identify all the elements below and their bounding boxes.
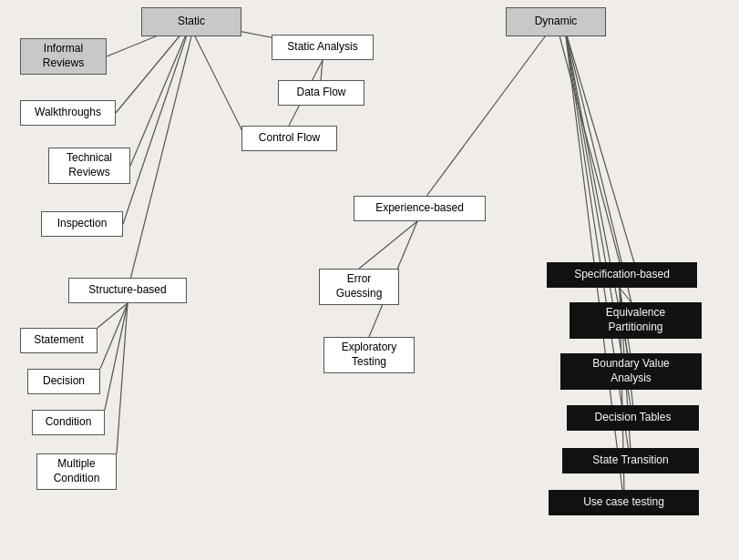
node-condition: Condition (32, 410, 105, 435)
svg-line-12 (417, 22, 556, 209)
node-error-guessing: Error Guessing (319, 269, 399, 305)
node-experience-based: Experience-based (354, 196, 486, 221)
node-boundary-value: Boundary Value Analysis (560, 353, 702, 390)
node-structure-based: Structure-based (68, 278, 187, 303)
node-decision-tables: Decision Tables (567, 405, 699, 431)
svg-line-15 (556, 22, 620, 262)
svg-line-26 (565, 29, 631, 463)
node-use-case-testing: Use case testing (549, 490, 699, 515)
node-exploratory-testing: Exploratory Testing (323, 337, 415, 373)
node-informal-reviews: Informal Reviews (20, 38, 107, 75)
node-static-analysis: Static Analysis (272, 35, 374, 60)
svg-line-11 (117, 303, 128, 453)
node-specification-based: Specification-based (547, 262, 697, 288)
svg-line-2 (130, 22, 191, 166)
diagram-container: Static Dynamic Informal Reviews Walkthro… (0, 0, 739, 560)
svg-line-5 (321, 60, 323, 80)
node-control-flow: Control Flow (241, 126, 337, 151)
svg-line-3 (123, 22, 191, 224)
svg-line-21 (191, 29, 246, 138)
svg-line-13 (359, 221, 417, 269)
node-multiple-condition: Multiple Condition (36, 453, 117, 490)
svg-line-9 (100, 303, 128, 369)
svg-line-7 (128, 36, 191, 290)
node-data-flow: Data Flow (278, 80, 364, 106)
node-state-transition: State Transition (562, 448, 699, 473)
node-inspection: Inspection (41, 211, 123, 237)
node-decision: Decision (27, 369, 100, 394)
svg-line-22 (565, 29, 638, 275)
svg-line-8 (98, 303, 128, 328)
node-dynamic: Dynamic (506, 7, 606, 36)
node-technical-reviews: Technical Reviews (48, 148, 130, 184)
node-static: Static (141, 7, 241, 36)
node-equivalence-partitioning: Equivalence Partitioning (570, 302, 702, 339)
node-statement: Statement (20, 328, 98, 353)
svg-line-10 (105, 303, 128, 410)
node-walkthroughs: Walkthroughs (20, 100, 116, 126)
